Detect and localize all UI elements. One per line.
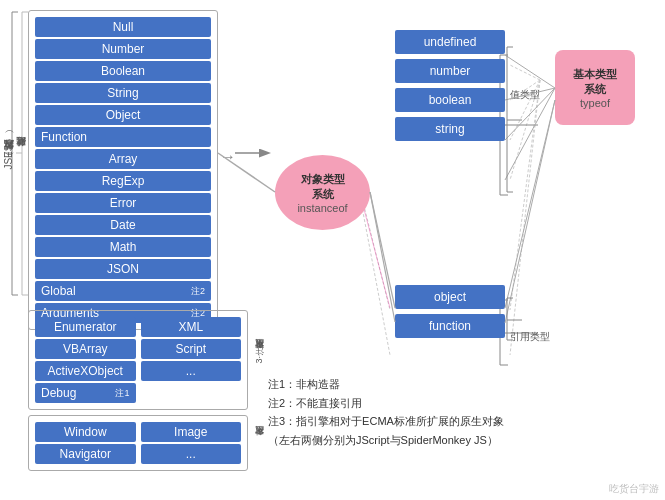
- type-function: Function: [35, 127, 211, 147]
- inner-label: 基础对象: [14, 12, 28, 297]
- host-section: 宿主对象 Window Navigator Image ...: [28, 415, 248, 471]
- type-image: Image: [141, 422, 242, 442]
- host-ext-col1: Enumerator VBArray ActiveXObject Debug 注…: [35, 315, 136, 405]
- svg-line-27: [370, 192, 395, 308]
- notes-section: 注1：非构造器 注2：不能直接引用 注3：指引擎相对于ECMA标准所扩展的原生对…: [268, 375, 504, 450]
- typeof-box: 基本类型 系统 typeof: [555, 50, 635, 125]
- note2: 注2：不能直接引用: [268, 394, 504, 413]
- type-regexp: RegExp: [35, 171, 211, 191]
- watermark: 吃货台宇游: [609, 482, 659, 496]
- type-string-r: string: [395, 117, 505, 141]
- type-array: Array: [35, 149, 211, 169]
- type-ellipsis2: ...: [141, 444, 242, 464]
- type-enumerator: Enumerator: [35, 317, 136, 337]
- type-number: Number: [35, 39, 211, 59]
- type-debug: Debug 注1: [35, 383, 136, 403]
- right-bottom-types: object function: [395, 285, 505, 343]
- type-xml: XML: [141, 317, 242, 337]
- type-undefined: undefined: [395, 30, 505, 54]
- typeof-sub: typeof: [580, 97, 610, 109]
- svg-line-15: [510, 80, 540, 310]
- right-top-types: undefined number boolean string: [395, 30, 505, 146]
- type-object-r: object: [395, 285, 505, 309]
- svg-line-33: [505, 100, 555, 308]
- type-vbarray: VBArray: [35, 339, 136, 359]
- type-global: Global 注2: [35, 281, 211, 301]
- type-boolean-r: boolean: [395, 88, 505, 112]
- types-box: Null Number Boolean String Object Functi…: [28, 10, 218, 330]
- instanceof-sub: instanceof: [297, 202, 347, 214]
- bottom-sections: 注3·引宿主对象 Enumerator VBArray ActiveXObjec…: [28, 310, 248, 471]
- type-function-r: function: [395, 314, 505, 338]
- type-navigator: Navigator: [35, 444, 136, 464]
- host-ext-box: Enumerator VBArray ActiveXObject Debug 注…: [28, 310, 248, 410]
- instanceof-box: 对象类型系统 instanceof: [275, 155, 370, 230]
- host-ext-col2: XML Script ...: [141, 315, 242, 405]
- type-boolean: Boolean: [35, 61, 211, 81]
- svg-line-28: [370, 192, 395, 322]
- type-number-r: number: [395, 59, 505, 83]
- typeof-label2: 系统: [584, 82, 606, 97]
- main-container: JS内置对象（ES5） 基础对象 Null Number Boolean Str…: [0, 0, 665, 500]
- type-error: Error: [35, 193, 211, 213]
- type-date: Date: [35, 215, 211, 235]
- type-string: String: [35, 83, 211, 103]
- host-col2: Image ...: [141, 420, 242, 466]
- note3-sub: （左右两侧分别为JScript与SpiderMonkey JS）: [268, 431, 504, 450]
- type-script: Script: [141, 339, 242, 359]
- type-ellipsis1: ...: [141, 361, 242, 381]
- svg-line-34: [505, 100, 555, 323]
- type-object: Object: [35, 105, 211, 125]
- value-type-label: 值类型: [510, 88, 540, 102]
- type-activexobject: ActiveXObject: [35, 361, 136, 381]
- type-math: Math: [35, 237, 211, 257]
- instanceof-label: 对象类型系统: [301, 172, 345, 202]
- type-null: Null: [35, 17, 211, 37]
- typeof-label: 基本类型: [573, 67, 617, 82]
- note1: 注1：非构造器: [268, 375, 504, 394]
- host-col1: Window Navigator: [35, 420, 136, 466]
- type-window: Window: [35, 422, 136, 442]
- svg-line-29: [505, 55, 555, 88]
- svg-line-11: [510, 65, 540, 80]
- host-box: Window Navigator Image ...: [28, 415, 248, 471]
- svg-line-16: [510, 80, 540, 355]
- host-ext-section: 注3·引宿主对象 Enumerator VBArray ActiveXObjec…: [28, 310, 248, 410]
- ref-type-label: 引用类型: [510, 330, 550, 344]
- right-arrow: →: [220, 148, 236, 166]
- note3: 注3：指引擎相对于ECMA标准所扩展的原生对象: [268, 412, 504, 431]
- type-json: JSON: [35, 259, 211, 279]
